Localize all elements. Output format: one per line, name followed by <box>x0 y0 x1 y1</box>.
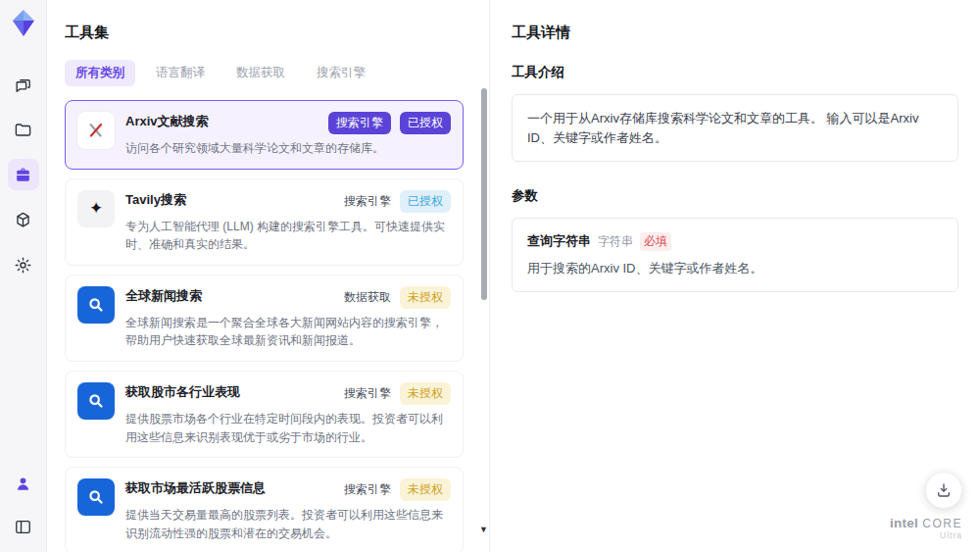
tool-card-title: Tavily搜索 <box>125 190 186 209</box>
auth-status-badge: 未授权 <box>400 286 451 309</box>
tool-detail-panel: 工具详情 工具介绍 一个用于从Arxiv存储库搜索科学论文和文章的工具。 输入可… <box>490 0 980 552</box>
download-icon <box>935 481 953 499</box>
page-title: 工具集 <box>65 24 475 42</box>
list-scrollbar[interactable]: ▼ <box>481 86 487 552</box>
chat-icon[interactable] <box>8 69 39 100</box>
auth-status-badge: 未授权 <box>400 382 451 405</box>
intel-core-text: CORE <box>922 517 962 530</box>
app-logo-gem-icon <box>8 8 39 39</box>
folder-icon[interactable] <box>8 114 39 145</box>
tool-card-description: 全球新闻搜索是一个聚合全球各大新闻网站内容的搜索引擎，帮助用户快速获取全球最新资… <box>125 314 451 350</box>
tool-card-2[interactable]: 全球新闻搜索数据获取未授权全球新闻搜索是一个聚合全球各大新闻网站内容的搜索引擎，… <box>65 275 464 362</box>
search-icon <box>77 478 115 516</box>
intel-sub-text: Ultra <box>890 531 962 540</box>
category-badge: 数据获取 <box>344 286 391 309</box>
tab-3[interactable]: 搜索引擎 <box>306 60 376 86</box>
tavily-icon: ✦ <box>77 190 115 227</box>
tool-card-3[interactable]: 获取股市各行业表现搜索引擎未授权提供股票市场各个行业在特定时间段内的表现。投资者… <box>65 371 464 458</box>
briefcase-icon[interactable] <box>8 159 39 190</box>
category-tabs: 所有类别语言翻译数据获取搜索引擎 <box>65 60 475 86</box>
intel-core-logo: intel CORE Ultra <box>890 514 962 540</box>
parameter-required-badge: 必填 <box>640 232 671 251</box>
tab-1[interactable]: 语言翻译 <box>145 60 216 86</box>
scrollbar-thumb[interactable] <box>481 88 487 300</box>
detail-title: 工具详情 <box>512 24 958 42</box>
intro-section-title: 工具介绍 <box>512 64 958 81</box>
category-badge: 搜索引擎 <box>344 478 391 501</box>
parameter-type: 字符串 <box>598 233 633 250</box>
panel-layout-icon[interactable] <box>8 511 39 542</box>
download-button[interactable] <box>925 472 962 509</box>
auth-status-badge: 已授权 <box>400 112 451 134</box>
tool-card-description: 专为人工智能代理 (LLM) 构建的搜索引擎工具。可快速提供实时、准确和真实的结… <box>125 218 451 254</box>
tool-card-1[interactable]: ✦Tavily搜索搜索引擎已授权专为人工智能代理 (LLM) 构建的搜索引擎工具… <box>65 178 464 266</box>
arxiv-icon <box>77 112 115 149</box>
tool-card-title: 获取市场最活跃股票信息 <box>125 478 266 497</box>
category-badge: 搜索引擎 <box>344 382 391 405</box>
tool-card-description: 提供当天交易量最高的股票列表。投资者可以利用这些信息来识别流动性强的股票和潜在的… <box>125 506 451 542</box>
parameter-description: 用于搜索的Arxiv ID、关键字或作者姓名。 <box>527 260 943 277</box>
tool-card-title: Arxiv文献搜索 <box>125 112 209 130</box>
tool-card-title: 获取股市各行业表现 <box>125 382 240 401</box>
search-icon <box>77 382 115 420</box>
params-section-title: 参数 <box>512 187 958 205</box>
tools-panel: 工具集 所有类别语言翻译数据获取搜索引擎 Arxiv文献搜索搜索引擎已授权访问各… <box>47 0 490 552</box>
user-icon[interactable] <box>8 468 39 499</box>
sidebar-rail <box>0 0 47 552</box>
tool-card-0[interactable]: Arxiv文献搜索搜索引擎已授权访问各个研究领域大量科学论文和文章的存储库。 <box>65 100 464 170</box>
intel-brand-text: intel <box>890 516 918 530</box>
tool-card-description: 访问各个研究领域大量科学论文和文章的存储库。 <box>125 139 451 158</box>
scroll-down-icon[interactable]: ▼ <box>479 525 488 534</box>
tool-card-4[interactable]: 获取市场最活跃股票信息搜索引擎未授权提供当天交易量最高的股票列表。投资者可以利用… <box>65 467 464 552</box>
tab-0[interactable]: 所有类别 <box>65 60 135 86</box>
tool-card-title: 全球新闻搜索 <box>125 286 202 305</box>
tool-card-list: Arxiv文献搜索搜索引擎已授权访问各个研究领域大量科学论文和文章的存储库。✦T… <box>65 100 475 552</box>
gear-icon[interactable] <box>8 249 39 280</box>
search-icon <box>77 286 115 324</box>
tool-intro-text: 一个用于从Arxiv存储库搜索科学论文和文章的工具。 输入可以是Arxiv ID… <box>512 94 958 162</box>
tab-2[interactable]: 数据获取 <box>225 60 296 86</box>
parameter-item: 查询字符串 字符串 必填 用于搜索的Arxiv ID、关键字或作者姓名。 <box>512 218 958 292</box>
category-badge: 搜索引擎 <box>328 112 391 134</box>
auth-status-badge: 未授权 <box>400 478 451 501</box>
parameter-name: 查询字符串 <box>527 232 591 250</box>
tool-card-description: 提供股票市场各个行业在特定时间段内的表现。投资者可以利用这些信息来识别表现优于或… <box>125 410 451 446</box>
auth-status-badge: 已授权 <box>400 190 451 213</box>
cube-icon[interactable] <box>8 204 39 235</box>
category-badge: 搜索引擎 <box>344 190 391 213</box>
